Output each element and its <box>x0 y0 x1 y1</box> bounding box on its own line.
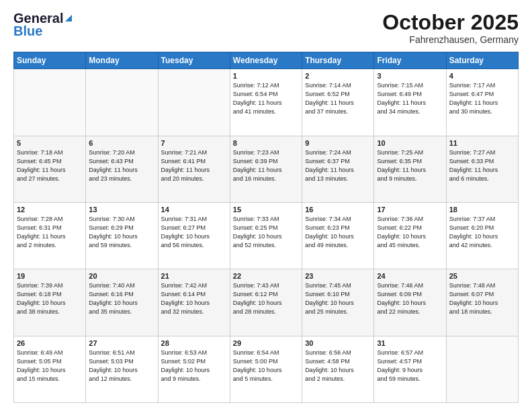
day-number: 22 <box>233 272 299 280</box>
week-row-2: 12Sunrise: 7:28 AM Sunset: 6:31 PM Dayli… <box>14 202 519 269</box>
day-number: 9 <box>305 139 371 147</box>
day-info: Sunrise: 6:51 AM Sunset: 5:03 PM Dayligh… <box>89 349 154 383</box>
day-info: Sunrise: 7:34 AM Sunset: 6:23 PM Dayligh… <box>305 215 371 250</box>
day-info: Sunrise: 6:57 AM Sunset: 4:57 PM Dayligh… <box>377 349 443 383</box>
calendar-cell <box>446 336 518 402</box>
calendar-cell: 22Sunrise: 7:43 AM Sunset: 6:12 PM Dayli… <box>230 269 302 336</box>
day-number: 27 <box>89 339 154 347</box>
calendar-cell: 29Sunrise: 6:54 AM Sunset: 5:00 PM Dayli… <box>230 336 302 402</box>
week-row-0: 1Sunrise: 7:12 AM Sunset: 6:54 PM Daylig… <box>14 69 519 136</box>
day-number: 10 <box>377 139 443 147</box>
day-number: 23 <box>305 272 371 280</box>
day-number: 12 <box>17 205 83 214</box>
day-number: 19 <box>17 272 83 280</box>
calendar-cell: 9Sunrise: 7:24 AM Sunset: 6:37 PM Daylig… <box>302 136 374 202</box>
day-number: 4 <box>449 72 515 80</box>
calendar-cell: 15Sunrise: 7:33 AM Sunset: 6:25 PM Dayli… <box>230 202 302 269</box>
day-info: Sunrise: 7:14 AM Sunset: 6:52 PM Dayligh… <box>305 81 371 116</box>
week-row-4: 26Sunrise: 6:49 AM Sunset: 5:05 PM Dayli… <box>14 336 519 402</box>
weekday-header-monday: Monday <box>86 52 158 69</box>
calendar-cell: 2Sunrise: 7:14 AM Sunset: 6:52 PM Daylig… <box>302 69 374 136</box>
calendar-cell: 19Sunrise: 7:39 AM Sunset: 6:18 PM Dayli… <box>14 269 86 336</box>
logo-blue: Blue <box>13 24 42 39</box>
weekday-header-sunday: Sunday <box>14 52 86 69</box>
day-info: Sunrise: 6:53 AM Sunset: 5:02 PM Dayligh… <box>161 349 227 383</box>
day-number: 11 <box>449 139 515 147</box>
day-info: Sunrise: 6:54 AM Sunset: 5:00 PM Dayligh… <box>233 349 299 383</box>
day-info: Sunrise: 7:20 AM Sunset: 6:43 PM Dayligh… <box>89 148 154 183</box>
day-info: Sunrise: 7:40 AM Sunset: 6:16 PM Dayligh… <box>89 281 154 316</box>
day-number: 15 <box>233 205 299 214</box>
calendar-cell <box>14 69 86 136</box>
day-info: Sunrise: 7:28 AM Sunset: 6:31 PM Dayligh… <box>17 215 83 250</box>
day-info: Sunrise: 7:21 AM Sunset: 6:41 PM Dayligh… <box>161 148 227 183</box>
day-info: Sunrise: 7:36 AM Sunset: 6:22 PM Dayligh… <box>377 215 443 250</box>
calendar-cell: 27Sunrise: 6:51 AM Sunset: 5:03 PM Dayli… <box>86 336 158 402</box>
weekday-header-row: SundayMondayTuesdayWednesdayThursdayFrid… <box>14 52 519 69</box>
day-info: Sunrise: 7:12 AM Sunset: 6:54 PM Dayligh… <box>233 81 299 116</box>
header: General Blue October 2025 Fahrenzhausen,… <box>13 11 519 45</box>
day-info: Sunrise: 7:42 AM Sunset: 6:14 PM Dayligh… <box>161 281 227 316</box>
month-title: October 2025 <box>382 11 519 34</box>
weekday-header-friday: Friday <box>374 52 446 69</box>
day-info: Sunrise: 7:39 AM Sunset: 6:18 PM Dayligh… <box>17 281 83 316</box>
day-info: Sunrise: 7:31 AM Sunset: 6:27 PM Dayligh… <box>161 215 227 250</box>
day-info: Sunrise: 7:46 AM Sunset: 6:09 PM Dayligh… <box>377 281 443 316</box>
day-number: 30 <box>305 339 371 347</box>
day-number: 3 <box>377 72 443 80</box>
day-number: 24 <box>377 272 443 280</box>
calendar-cell: 12Sunrise: 7:28 AM Sunset: 6:31 PM Dayli… <box>14 202 86 269</box>
calendar-cell: 1Sunrise: 7:12 AM Sunset: 6:54 PM Daylig… <box>230 69 302 136</box>
day-info: Sunrise: 7:27 AM Sunset: 6:33 PM Dayligh… <box>449 148 515 183</box>
day-number: 28 <box>161 339 227 347</box>
day-number: 18 <box>449 205 515 214</box>
day-number: 5 <box>17 139 83 147</box>
day-info: Sunrise: 7:33 AM Sunset: 6:25 PM Dayligh… <box>233 215 299 250</box>
day-number: 8 <box>233 139 299 147</box>
day-info: Sunrise: 7:15 AM Sunset: 6:49 PM Dayligh… <box>377 81 443 116</box>
day-info: Sunrise: 7:24 AM Sunset: 6:37 PM Dayligh… <box>305 148 371 183</box>
day-info: Sunrise: 7:37 AM Sunset: 6:20 PM Dayligh… <box>449 215 515 250</box>
day-number: 20 <box>89 272 154 280</box>
day-info: Sunrise: 7:23 AM Sunset: 6:39 PM Dayligh… <box>233 148 299 183</box>
calendar-cell: 7Sunrise: 7:21 AM Sunset: 6:41 PM Daylig… <box>158 136 230 202</box>
calendar-cell: 25Sunrise: 7:48 AM Sunset: 6:07 PM Dayli… <box>446 269 518 336</box>
calendar-cell: 21Sunrise: 7:42 AM Sunset: 6:14 PM Dayli… <box>158 269 230 336</box>
day-number: 25 <box>449 272 515 280</box>
calendar-cell <box>86 69 158 136</box>
calendar-cell: 11Sunrise: 7:27 AM Sunset: 6:33 PM Dayli… <box>446 136 518 202</box>
day-number: 2 <box>305 72 371 80</box>
calendar-cell: 6Sunrise: 7:20 AM Sunset: 6:43 PM Daylig… <box>86 136 158 202</box>
day-info: Sunrise: 6:49 AM Sunset: 5:05 PM Dayligh… <box>17 349 83 383</box>
day-number: 29 <box>233 339 299 347</box>
week-row-3: 19Sunrise: 7:39 AM Sunset: 6:18 PM Dayli… <box>14 269 519 336</box>
weekday-header-wednesday: Wednesday <box>230 52 302 69</box>
week-row-1: 5Sunrise: 7:18 AM Sunset: 6:45 PM Daylig… <box>14 136 519 202</box>
calendar-cell: 20Sunrise: 7:40 AM Sunset: 6:16 PM Dayli… <box>86 269 158 336</box>
calendar-cell: 10Sunrise: 7:25 AM Sunset: 6:35 PM Dayli… <box>374 136 446 202</box>
day-number: 14 <box>161 205 227 214</box>
calendar-cell: 4Sunrise: 7:17 AM Sunset: 6:47 PM Daylig… <box>446 69 518 136</box>
day-info: Sunrise: 7:45 AM Sunset: 6:10 PM Dayligh… <box>305 281 371 316</box>
title-area: October 2025 Fahrenzhausen, Germany <box>382 11 519 45</box>
day-info: Sunrise: 7:25 AM Sunset: 6:35 PM Dayligh… <box>377 148 443 183</box>
logo: General Blue <box>13 11 73 39</box>
day-number: 16 <box>305 205 371 214</box>
calendar-cell <box>158 69 230 136</box>
calendar-cell: 23Sunrise: 7:45 AM Sunset: 6:10 PM Dayli… <box>302 269 374 336</box>
calendar-cell: 3Sunrise: 7:15 AM Sunset: 6:49 PM Daylig… <box>374 69 446 136</box>
weekday-header-tuesday: Tuesday <box>158 52 230 69</box>
day-info: Sunrise: 7:48 AM Sunset: 6:07 PM Dayligh… <box>449 281 515 316</box>
day-number: 6 <box>89 139 154 147</box>
calendar-cell: 5Sunrise: 7:18 AM Sunset: 6:45 PM Daylig… <box>14 136 86 202</box>
location: Fahrenzhausen, Germany <box>382 34 519 45</box>
calendar-cell: 17Sunrise: 7:36 AM Sunset: 6:22 PM Dayli… <box>374 202 446 269</box>
weekday-header-thursday: Thursday <box>302 52 374 69</box>
weekday-header-saturday: Saturday <box>446 52 518 69</box>
calendar-cell: 18Sunrise: 7:37 AM Sunset: 6:20 PM Dayli… <box>446 202 518 269</box>
day-number: 31 <box>377 339 443 347</box>
calendar-cell: 8Sunrise: 7:23 AM Sunset: 6:39 PM Daylig… <box>230 136 302 202</box>
day-info: Sunrise: 7:18 AM Sunset: 6:45 PM Dayligh… <box>17 148 83 183</box>
logo-arrow-icon <box>64 13 73 23</box>
calendar-cell: 26Sunrise: 6:49 AM Sunset: 5:05 PM Dayli… <box>14 336 86 402</box>
